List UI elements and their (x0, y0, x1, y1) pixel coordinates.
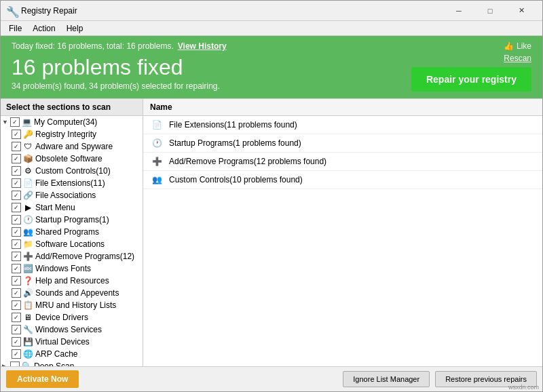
checkbox[interactable]: ✓ (12, 300, 21, 310)
result-add-remove[interactable]: ➕ Add/Remove Programs(12 problems found) (143, 153, 542, 171)
app-icon: 🔧 (6, 5, 17, 16)
tree-item-registry-integrity[interactable]: ✓ 🔑 Registry Integrity (1, 128, 143, 140)
tree-label: Help and Resources (35, 276, 109, 286)
repair-button[interactable]: Repair your registry (411, 67, 531, 92)
tree-label: Software Locations (35, 239, 105, 249)
checkbox[interactable]: ✓ (12, 313, 21, 322)
checkbox[interactable]: ✓ (12, 252, 21, 261)
left-panel-header: Select the sections to scan (1, 99, 143, 116)
adware-icon: 🛡 (22, 141, 33, 152)
titlebar: 🔧 Registry Repair ─ □ ✕ (1, 1, 542, 21)
tree-item-virtual-devices[interactable]: ✓ 💾 Virtual Devices (1, 336, 143, 348)
tree-item-obsolete[interactable]: ✓ 📦 Obsolete Software (1, 153, 143, 165)
expand-icon: ▶ (2, 363, 10, 366)
tree-item-start-menu[interactable]: ✓ ▶ Start Menu (1, 201, 143, 214)
mru-icon: 📋 (22, 300, 33, 311)
tree-label: Custom Controls(10) (35, 166, 111, 176)
checkbox[interactable]: ✓ (12, 142, 21, 151)
result-label: Startup Programs(1 problems found) (169, 138, 301, 148)
startup-icon: 🕐 (22, 214, 33, 225)
checkbox[interactable]: ✓ (12, 264, 21, 273)
tree-label: File Associations (35, 191, 96, 200)
tree-item-add-remove[interactable]: ✓ ➕ Add/Remove Programs(12) (1, 250, 143, 262)
sounds-icon: 🔊 (22, 288, 33, 298)
tree-item-adware[interactable]: ✓ 🛡 Adware and Spyware (1, 140, 143, 153)
close-button[interactable]: ✕ (506, 1, 537, 21)
virtual-icon: 💾 (22, 336, 33, 347)
tree-item-startup-programs[interactable]: ✓ 🕐 Startup Programs(1) (1, 214, 143, 226)
rescan-link[interactable]: Rescan (504, 54, 531, 63)
ignore-list-button[interactable]: Ignore List Manager (343, 371, 430, 387)
result-startup-programs[interactable]: 🕐 Startup Programs(1 problems found) (143, 134, 542, 153)
tree-label: Device Drivers (35, 313, 88, 322)
start-icon: ▶ (22, 202, 33, 213)
checkbox[interactable]: ✓ (12, 178, 21, 188)
checkbox[interactable]: ✓ (12, 166, 21, 176)
tree-item-file-extensions[interactable]: ✓ 📄 File Extensions(11) (1, 177, 143, 189)
checkbox[interactable]: ✓ (12, 288, 21, 298)
checkbox[interactable]: ✓ (12, 203, 21, 212)
tree-label: ARP Cache (35, 349, 77, 359)
menu-action[interactable]: Action (27, 22, 60, 35)
checkbox-deep-scan[interactable] (10, 361, 20, 366)
services-icon: 🔧 (22, 324, 33, 335)
tree-item-deep-scan[interactable]: ▶ 🔍 Deep Scan (1, 360, 143, 366)
menu-help[interactable]: Help (61, 22, 89, 35)
window-controls: ─ □ ✕ (443, 1, 537, 21)
checkbox[interactable]: ✓ (12, 337, 21, 347)
activate-button[interactable]: Activate Now (6, 370, 79, 388)
tree-item-windows-services[interactable]: ✓ 🔧 Windows Services (1, 324, 143, 336)
banner-main: 16 problems fixed 34 problem(s) found, 3… (12, 54, 531, 92)
shared-icon: 👥 (22, 227, 33, 237)
right-panel-header: Name (143, 99, 542, 116)
menubar: File Action Help (1, 21, 542, 36)
result-file-extensions[interactable]: 📄 File Extensions(11 problems found) (143, 116, 542, 134)
banner-subtitle: 34 problem(s) found, 34 problem(s) selec… (12, 81, 220, 91)
tree-item-sounds[interactable]: ✓ 🔊 Sounds and Appevents (1, 287, 143, 299)
watermark: wsxdn.com (508, 384, 539, 391)
registry-icon: 🔑 (22, 129, 33, 140)
checkbox[interactable]: ✓ (12, 191, 21, 200)
file-ext-icon: 📄 (150, 119, 164, 130)
tree-item-my-computer[interactable]: ▼ ✓ 💻 My Computer(34) (1, 116, 143, 128)
checkbox[interactable]: ✓ (12, 215, 21, 224)
tree-item-software-locations[interactable]: ✓ 📁 Software Locations (1, 238, 143, 250)
checkbox[interactable]: ✓ (12, 325, 21, 334)
banner-left: 16 problems fixed 34 problem(s) found, 3… (12, 55, 220, 91)
checkbox[interactable]: ✓ (12, 154, 21, 163)
tree-container[interactable]: ▼ ✓ 💻 My Computer(34) ✓ 🔑 Registry Integ… (1, 116, 143, 366)
arp-icon: 🌐 (22, 349, 33, 359)
checkbox[interactable]: ✓ (12, 130, 21, 139)
checkbox[interactable]: ✓ (12, 276, 21, 286)
startup-result-icon: 🕐 (150, 138, 164, 149)
tree-label: Windows Services (35, 325, 102, 334)
like-label: Like (517, 41, 531, 51)
like-button[interactable]: 👍 Like (504, 41, 531, 51)
addremove-icon: ➕ (22, 251, 33, 262)
banner-title: 16 problems fixed (12, 55, 220, 80)
tree-item-mru[interactable]: ✓ 📋 MRU and History Lists (1, 299, 143, 311)
tree-label: My Computer(34) (34, 117, 97, 127)
checkbox[interactable]: ✓ (12, 239, 21, 249)
main-area: Select the sections to scan ▼ ✓ 💻 My Com… (1, 98, 542, 366)
banner-top: Today fixed: 16 problems, total: 16 prob… (12, 41, 531, 51)
checkbox[interactable]: ✓ (12, 349, 21, 359)
checkbox-my-computer[interactable]: ✓ (10, 117, 20, 127)
checkbox[interactable]: ✓ (12, 227, 21, 237)
tree-item-file-associations[interactable]: ✓ 🔗 File Associations (1, 189, 143, 201)
view-history-link[interactable]: View History (178, 41, 227, 51)
maximize-button[interactable]: □ (474, 1, 506, 21)
tree-label: File Extensions(11) (35, 178, 105, 188)
tree-item-arp-cache[interactable]: ✓ 🌐 ARP Cache (1, 348, 143, 360)
menu-file[interactable]: File (3, 22, 27, 35)
minimize-button[interactable]: ─ (443, 1, 474, 21)
tree-item-fonts[interactable]: ✓ 🔤 Windows Fonts (1, 262, 143, 275)
result-label: Add/Remove Programs(12 problems found) (169, 157, 326, 166)
tree-item-shared-programs[interactable]: ✓ 👥 Shared Programs (1, 226, 143, 238)
tree-item-help[interactable]: ✓ ❓ Help and Resources (1, 275, 143, 287)
tree-item-custom-controls[interactable]: ✓ ⚙ Custom Controls(10) (1, 165, 143, 177)
tree-item-device-drivers[interactable]: ✓ 🖥 Device Drivers (1, 311, 143, 324)
tree-label: Windows Fonts (35, 264, 91, 273)
result-custom-controls[interactable]: 👥 Custom Controls(10 problems found) (143, 171, 542, 189)
custom-icon: ⚙ (22, 165, 33, 176)
